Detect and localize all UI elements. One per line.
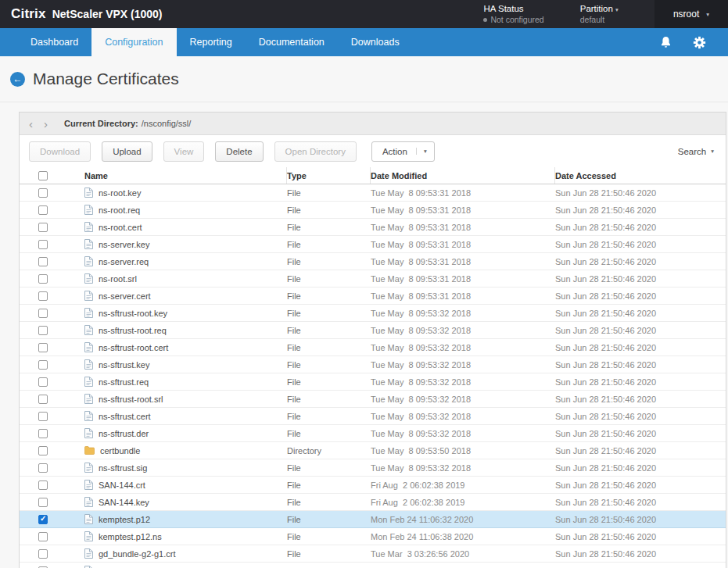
tab-reporting[interactable]: Reporting [177,28,246,56]
table-row[interactable]: ns-sftrust.keyFileTue May 8 09:53:32 201… [20,356,726,373]
row-checkbox[interactable] [38,309,48,318]
row-checkbox[interactable] [38,429,48,438]
row-checkbox[interactable] [38,377,48,387]
open-directory-button[interactable]: Open Directory [274,141,357,162]
row-checkbox[interactable] [38,515,48,524]
back-button[interactable]: ← [10,72,25,87]
table-header: Name Type Date Modified Date Accessed [20,167,726,184]
download-button[interactable]: Download [29,141,91,162]
table-row[interactable]: ns-root.srlFileTue May 8 09:53:31 2018Su… [20,270,726,288]
file-type: File [286,219,370,235]
row-checkbox[interactable] [38,188,48,198]
date-modified: Mon Feb 24 11:06:38 2020 [370,528,554,545]
upload-button[interactable]: Upload [102,141,152,162]
row-checkbox[interactable] [38,257,48,266]
file-icon [84,359,93,370]
row-checkbox[interactable] [38,395,48,404]
search-toggle[interactable]: Search ▾ [678,147,714,156]
row-checkbox[interactable] [38,463,48,473]
column-header-date-accessed[interactable]: Date Accessed [554,167,726,184]
row-checkbox[interactable] [38,343,48,352]
date-modified: Tue Mar 3 03:26:56 2020 [370,563,554,568]
row-checkbox[interactable] [38,498,48,507]
file-type: File [286,477,370,493]
action-button[interactable]: Action▾ [371,141,435,162]
file-icon [84,394,93,404]
table-row[interactable]: ns-sftrust-root.srlFileTue May 8 09:53:3… [20,391,726,408]
nav-forward-icon[interactable]: › [38,118,53,130]
table-row[interactable]: ns-root.reqFileTue May 8 09:53:31 2018Su… [20,202,726,219]
partition-menu[interactable]: Partition ▾ default [580,3,619,26]
table-row[interactable]: certbundleDirectoryTue May 8 09:53:50 20… [20,442,726,459]
date-accessed: Sun Jun 28 21:50:46 2020 [554,477,726,493]
page-header: ← Manage Certificates [0,56,728,102]
table-row[interactable]: gd_bundle-g2-g1.crtFileTue Mar 3 03:26:5… [20,545,726,563]
table-row[interactable]: kemptest.p12FileMon Feb 24 11:06:32 2020… [20,511,726,528]
date-accessed: Sun Jun 28 21:50:46 2020 [554,373,726,390]
table-row[interactable]: wildcard.kempdemo.com.crtFileTue Mar 3 0… [20,563,726,568]
column-header-name[interactable]: Name [66,167,286,184]
file-icon [84,239,93,249]
file-name: SAN-144.crt [99,480,145,490]
table-row[interactable]: ns-sftrust-root.certFileTue May 8 09:53:… [20,339,726,356]
tab-configuration[interactable]: Configuration [91,28,176,56]
table-row[interactable]: ns-sftrust-root.reqFileTue May 8 09:53:3… [20,322,726,339]
file-name: ns-sftrust-root.cert [99,343,168,352]
table-row[interactable]: ns-root.keyFileTue May 8 09:53:31 2018Su… [20,184,726,202]
folder-icon [84,446,95,455]
delete-button[interactable]: Delete [215,141,263,162]
row-checkbox[interactable] [38,291,48,301]
table-row[interactable]: SAN-144.crtFileFri Aug 2 06:02:38 2019Su… [20,477,726,494]
row-checkbox[interactable] [38,360,48,370]
table-row[interactable]: ns-sftrust-root.keyFileTue May 8 09:53:3… [20,305,726,322]
user-menu[interactable]: nsroot ▾ [654,0,728,28]
view-button[interactable]: View [163,141,205,162]
column-header-type[interactable]: Type [286,167,370,184]
table-row[interactable]: ns-root.certFileTue May 8 09:53:31 2018S… [20,219,726,236]
date-modified: Fri Aug 2 06:02:38 2019 [370,477,554,493]
tab-downloads[interactable]: Downloads [338,28,413,56]
table-row[interactable]: ns-server.reqFileTue May 8 09:53:31 2018… [20,253,726,270]
select-all-checkbox[interactable] [38,171,48,180]
date-modified: Mon Feb 24 11:06:32 2020 [370,511,554,527]
date-modified: Tue Mar 3 03:26:56 2020 [370,545,554,562]
table-row[interactable]: ns-sftrust.reqFileTue May 8 09:53:32 201… [20,373,726,391]
row-checkbox[interactable] [38,274,48,284]
table-row[interactable]: SAN-144.keyFileFri Aug 2 06:02:38 2019Su… [20,494,726,511]
table-row[interactable]: ns-server.certFileTue May 8 09:53:31 201… [20,288,726,305]
table-row[interactable]: ns-sftrust.derFileTue May 8 09:53:32 201… [20,425,726,442]
ha-status-value: Not configured [490,15,543,24]
row-checkbox[interactable] [38,549,48,559]
tab-dashboard[interactable]: Dashboard [17,28,91,56]
row-checkbox[interactable] [38,412,48,421]
bell-icon[interactable] [660,36,672,48]
file-name: ns-sftrust-root.key [99,309,167,318]
date-accessed: Sun Jun 28 21:50:46 2020 [554,184,726,201]
select-all-cell [20,167,66,184]
table-row[interactable]: ns-sftrust.sigFileTue May 8 09:53:32 201… [20,459,726,477]
file-icon [84,377,93,387]
table-row[interactable]: kemptest.p12.nsFileMon Feb 24 11:06:38 2… [20,528,726,545]
date-modified: Tue May 8 09:53:32 2018 [370,305,554,321]
row-checkbox[interactable] [38,532,48,541]
row-checkbox[interactable] [38,446,48,455]
row-checkbox[interactable] [38,205,48,215]
file-type: File [286,408,370,424]
file-icon [84,342,93,352]
date-modified: Tue May 8 09:53:32 2018 [370,408,554,424]
file-name: ns-sftrust.key [99,360,149,370]
chevron-down-icon: ▾ [711,148,714,155]
row-checkbox[interactable] [38,326,48,335]
column-header-date-modified[interactable]: Date Modified [370,167,554,184]
table-row[interactable]: ns-server.keyFileTue May 8 09:53:31 2018… [20,236,726,253]
date-accessed: Sun Jun 28 21:50:46 2020 [554,563,726,568]
file-type: File [286,528,370,545]
date-accessed: Sun Jun 28 21:50:46 2020 [554,494,726,510]
row-checkbox[interactable] [38,240,48,249]
gear-icon[interactable] [693,36,706,49]
row-checkbox[interactable] [38,223,48,232]
table-row[interactable]: ns-sftrust.certFileTue May 8 09:53:32 20… [20,408,726,425]
nav-back-icon[interactable]: ‹ [23,118,38,130]
tab-documentation[interactable]: Documentation [246,28,338,56]
row-checkbox[interactable] [38,480,48,490]
